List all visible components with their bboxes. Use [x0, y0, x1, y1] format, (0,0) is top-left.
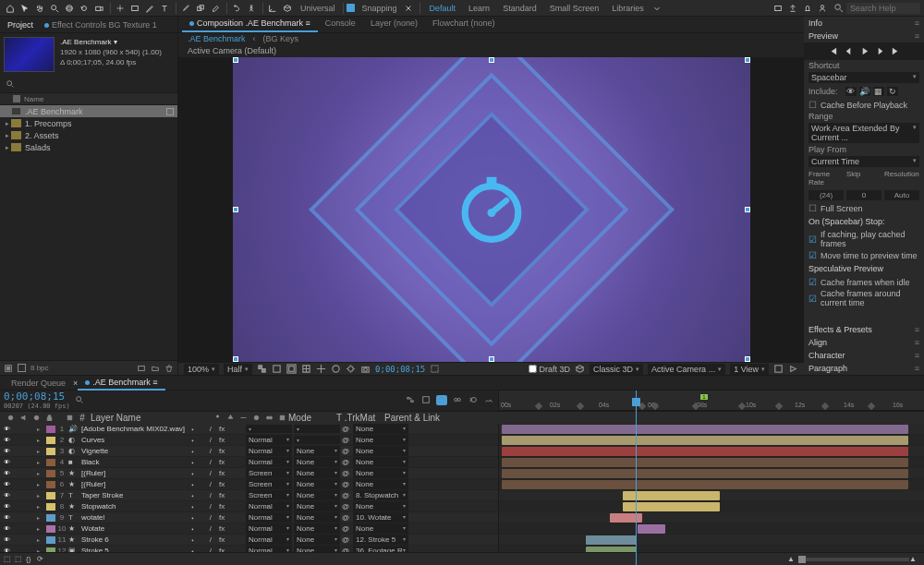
info-panel-header[interactable]: Info [804, 17, 924, 30]
pickwhip-icon[interactable]: @ [342, 447, 353, 455]
layer-row[interactable]: ▸ 7 T Taper Stroke ⬩/fx Screen None @ 8.… [0, 490, 498, 501]
zoom-out-icon[interactable]: ▲ [787, 555, 798, 563]
blend-mode-dropdown[interactable]: Normal [246, 457, 292, 467]
parent-dropdown[interactable]: 12. Stroke 5 [353, 535, 408, 545]
new-comp-icon[interactable] [137, 364, 146, 373]
visibility-toggle[interactable] [0, 481, 13, 487]
shortcut-dropdown[interactable]: Spacebar [808, 72, 919, 83]
tab-effect-controls[interactable]: Effect Controls BG Texture 1 [39, 18, 163, 32]
camera-tool-icon[interactable] [92, 2, 105, 15]
shy-icon[interactable] [436, 395, 447, 405]
include-video-icon[interactable]: 👁 [845, 87, 857, 96]
visibility-toggle[interactable] [0, 448, 13, 454]
project-item-folder[interactable]: ▸Salads [0, 141, 177, 153]
pickwhip-icon[interactable]: @ [342, 436, 353, 444]
blend-mode-dropdown[interactable]: Normal [246, 512, 292, 523]
pickwhip-icon[interactable]: @ [342, 469, 353, 477]
roi-icon[interactable] [430, 364, 440, 374]
blend-mode-dropdown[interactable]: Screen [246, 468, 292, 478]
fullscreen-checkbox[interactable]: Full Screen [804, 202, 924, 214]
blend-mode-dropdown[interactable]: Normal [246, 435, 292, 445]
breadcrumb-item[interactable]: .AE Benchmark [188, 34, 246, 43]
paragraph-panel-header[interactable]: Paragraph [804, 362, 924, 375]
zoom-dropdown[interactable]: 100% [184, 364, 219, 375]
notif-icon[interactable] [801, 2, 814, 15]
layer-name[interactable]: Vignette [79, 447, 190, 455]
preview-panel-header[interactable]: Preview [804, 30, 924, 42]
layer-duration-bar[interactable] [502, 458, 908, 467]
search-help-input[interactable] [846, 3, 920, 14]
parent-dropdown[interactable]: None [353, 501, 408, 511]
layer-row[interactable]: ▸ 10 ★ Wotate ⬩/fx Normal None @ None [0, 523, 498, 535]
workspace-learn[interactable]: Learn [468, 4, 490, 13]
range-dropdown[interactable]: Work Area Extended By Current ... [808, 123, 919, 143]
layer-duration-bar[interactable] [610, 513, 642, 523]
track-matte-dropdown[interactable]: None [294, 457, 340, 467]
search-icon[interactable] [75, 395, 84, 404]
layer-bar-track[interactable] [499, 523, 924, 535]
layer-label-color[interactable] [46, 503, 55, 511]
channel-icon[interactable] [331, 364, 341, 374]
parent-dropdown[interactable]: None [353, 468, 408, 478]
visibility-toggle[interactable] [0, 536, 13, 543]
layer-label-color[interactable] [46, 437, 55, 444]
comp-viewport[interactable] [178, 57, 804, 362]
comp-mini-flowchart-icon[interactable] [405, 395, 416, 405]
workspace-overflow-icon[interactable] [650, 2, 663, 15]
pickwhip-icon[interactable]: @ [342, 491, 353, 499]
resolution-dropdown[interactable]: Auto [884, 190, 919, 200]
blend-mode-dropdown[interactable]: Normal [246, 501, 292, 511]
current-time-indicator[interactable] [636, 391, 637, 565]
layer-name[interactable]: wotate! [79, 513, 190, 522]
layer-duration-bar[interactable] [502, 469, 908, 478]
zoom-in-icon[interactable]: ▲ [909, 555, 920, 563]
snapshot-icon[interactable] [360, 364, 371, 374]
track-matte-dropdown[interactable]: None [294, 446, 340, 456]
parent-dropdown[interactable]: 36. Footage R [353, 546, 408, 552]
layer-name[interactable]: Taper Stroke [79, 491, 190, 499]
draft3d-checkbox[interactable] [529, 365, 537, 373]
track-matte-dropdown[interactable]: None [294, 535, 340, 545]
home-icon[interactable] [4, 2, 17, 15]
layer-name[interactable]: [(Ruler] [79, 480, 190, 488]
effects-panel-header[interactable]: Effects & Presets [804, 323, 924, 336]
align-panel-header[interactable]: Align [804, 336, 924, 349]
preview-timecode[interactable]: 0;00;08;15 [375, 365, 425, 374]
layer-name[interactable]: Black [79, 458, 190, 466]
layer-row[interactable]: ▸ 11 ★ Stroke 6 ⬩/fx Normal None @ 12. S… [0, 535, 498, 546]
layer-bar-track[interactable] [499, 546, 924, 552]
parent-dropdown[interactable]: None [353, 523, 408, 534]
cachearound-checkbox[interactable]: Cache frames around current time [804, 288, 924, 308]
layer-label-color[interactable] [46, 470, 55, 477]
layer-bar-track[interactable] [499, 479, 924, 490]
breadcrumb-item[interactable]: (BG Keys [263, 34, 299, 43]
trash-icon[interactable] [164, 364, 174, 373]
tab-render-queue[interactable]: Render Queue [4, 377, 73, 390]
pickwhip-icon[interactable]: @ [342, 425, 353, 433]
draft3d-icon[interactable] [420, 395, 432, 405]
blend-mode-dropdown[interactable]: Normal [246, 446, 292, 456]
loop-icon[interactable]: ↻ [887, 87, 898, 96]
clone-tool-icon[interactable] [194, 2, 207, 15]
workspace-smallscreen[interactable]: Small Screen [550, 4, 600, 13]
layer-label-color[interactable] [46, 448, 55, 455]
renderer-icon[interactable] [575, 364, 585, 374]
layer-row[interactable]: ▸ 2 ◐ Curves ⬩/fx Normal @ None [0, 435, 498, 446]
layer-bar-track[interactable] [499, 512, 924, 523]
pickwhip-icon[interactable]: @ [342, 513, 353, 522]
parent-dropdown[interactable]: None [353, 424, 408, 434]
layer-bar-track[interactable] [499, 435, 924, 446]
project-item-comp[interactable]: .AE Benchmark [0, 105, 177, 117]
layer-label-color[interactable] [46, 459, 55, 466]
layer-name[interactable]: [(Ruler] [79, 469, 190, 477]
selection-tool-icon[interactable] [18, 2, 31, 15]
resolution-dropdown[interactable]: Half [224, 364, 252, 375]
next-frame-icon[interactable] [875, 46, 885, 56]
orbit-tool-icon[interactable] [63, 2, 76, 15]
ifcaching-checkbox[interactable]: If caching, play cached frames [804, 229, 924, 249]
layer-duration-bar[interactable] [586, 547, 637, 552]
workspace-default[interactable]: Default [430, 4, 456, 13]
sync-icon[interactable] [816, 2, 829, 15]
parent-dropdown[interactable]: 8. Stopwatch [353, 490, 408, 500]
share-icon[interactable] [786, 2, 799, 15]
